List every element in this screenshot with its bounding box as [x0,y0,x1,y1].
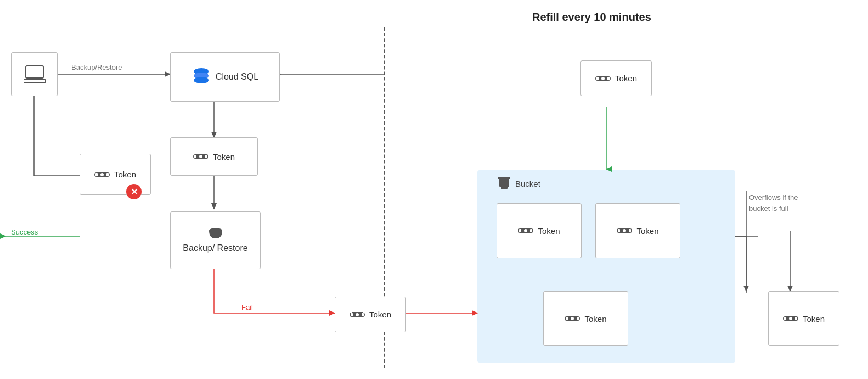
svg-rect-27 [106,173,109,176]
error-badge: ✕ [126,184,142,199]
svg-rect-45 [596,77,599,80]
svg-point-34 [199,155,202,158]
svg-rect-26 [95,173,98,176]
svg-rect-60 [618,229,620,232]
svg-rect-48 [499,178,509,187]
bucket-label: Bucket [515,179,540,188]
cloud-sql-box: Cloud SQL [170,52,280,102]
svg-point-68 [571,317,574,320]
bucket-icon [497,176,512,191]
backup-restore-label: Backup/Restore [71,63,122,71]
svg-point-22 [194,77,209,83]
svg-point-56 [524,229,527,232]
svg-rect-46 [607,77,610,80]
svg-rect-76 [795,317,797,320]
token-icon-btl [518,225,533,236]
token-box-bucket-tr: Token [595,203,680,258]
svg-rect-66 [566,317,568,320]
token-icon-btr [617,225,632,236]
svg-point-28 [100,173,104,176]
svg-rect-32 [194,155,196,158]
token-icon-tr [595,73,611,84]
svg-point-41 [356,313,359,316]
fail-label: Fail [241,303,253,311]
svg-rect-18 [26,66,43,78]
svg-rect-33 [205,155,207,158]
svg-rect-50 [501,187,508,189]
token-box-bucket-bc: Token [543,291,628,346]
svg-rect-67 [577,317,579,320]
svg-point-47 [601,77,605,80]
bucket-label-area: Bucket [497,176,540,191]
token-icon-bbc [565,313,580,324]
token-box-bucket-tl: Token [497,203,582,258]
title: Refill every 10 minutes [532,11,651,24]
svg-rect-54 [519,229,521,232]
svg-rect-55 [530,229,532,232]
svg-point-62 [623,229,626,232]
token-icon-overflow [783,313,798,324]
svg-rect-39 [351,313,353,316]
token-box-top-right: Token [580,60,652,96]
overflows-label: Overflows if thebucket is full [749,192,837,214]
token-box-center: Token [170,137,258,176]
token-icon-fail [350,309,365,320]
svg-rect-40 [362,313,364,316]
laptop-box [11,52,58,96]
success-label: Success [11,228,38,236]
diagram: Refill every 10 minutes [0,0,868,379]
token-box-overflow: Token [768,291,839,346]
token-icon-2 [193,151,208,162]
svg-point-77 [789,317,792,320]
svg-rect-61 [629,229,631,232]
svg-rect-75 [784,317,786,320]
svg-rect-49 [498,177,510,179]
backup-restore-box: Backup/ Restore [170,211,261,269]
token-icon [94,169,110,180]
svg-rect-19 [24,80,46,82]
token-box-fail: Token [335,297,406,332]
